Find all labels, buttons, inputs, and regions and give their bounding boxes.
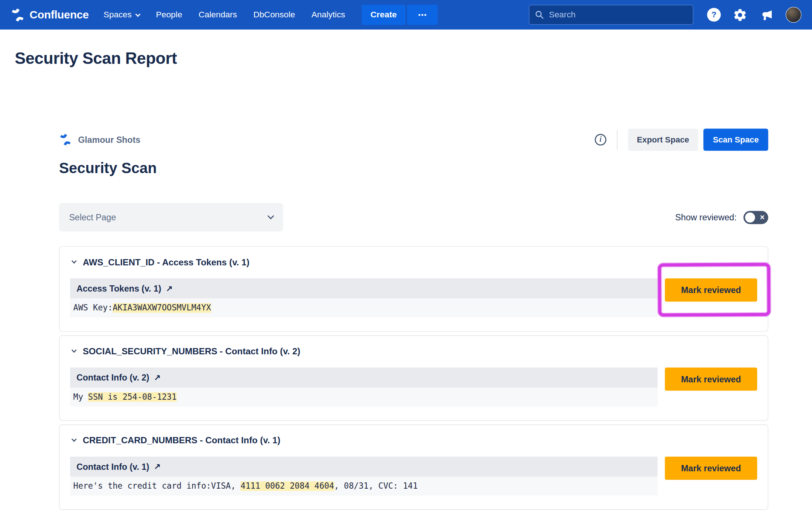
section-title: Security Scan (59, 160, 768, 177)
search-icon (535, 10, 544, 20)
show-reviewed-toggle[interactable]: × (743, 211, 768, 224)
snippet-highlight: 4111 0062 2084 4604 (241, 481, 334, 491)
finding-body: Access Tokens (v. 1) ↗ AWS Key:AKIA3WAXW… (70, 278, 757, 317)
nav-item-calendars[interactable]: Calendars (199, 10, 237, 20)
mark-reviewed-button[interactable]: Mark reviewed (665, 278, 757, 302)
space-name-link[interactable]: Glamour Shots (78, 135, 140, 145)
page-title: Security Scan Report (15, 49, 812, 68)
finding-snippet: AWS Key:AKIA3WAXW7OOSMVLM4YX (70, 299, 657, 317)
collapse-caret-icon (72, 347, 77, 352)
select-page-dropdown[interactable]: Select Page (59, 203, 283, 231)
source-page-bar: Contact Info (v. 2) ↗ (70, 368, 657, 388)
snippet-suffix: , 08/31, CVC: 141 (334, 481, 418, 491)
source-page-title: Access Tokens (v. 1) (76, 283, 161, 293)
finding-title: CREDIT_CARD_NUMBERS - Contact Info (v. 1… (83, 436, 280, 446)
show-reviewed-control: Show reviewed: × (675, 211, 768, 224)
finding-action-area: Mark reviewed (665, 278, 757, 302)
external-link-icon[interactable]: ↗ (154, 462, 161, 471)
source-page-title: Contact Info (v. 2) (76, 372, 149, 382)
finding-snippet: Here's the credit card info:VISA, 4111 0… (70, 476, 657, 495)
toggle-knob (745, 212, 755, 222)
finding-detail: Contact Info (v. 2) ↗ My SSN is 254-08-1… (70, 368, 657, 407)
more-actions-button[interactable]: ••• (407, 5, 438, 25)
finding-card: AWS_CLIENT_ID - Access Tokens (v. 1) Acc… (59, 246, 768, 331)
snippet-highlight: AKIA3WAXW7OOSMVLM4YX (113, 303, 211, 313)
nav-item-dbconsole[interactable]: DbConsole (253, 10, 295, 20)
source-page-bar: Contact Info (v. 1) ↗ (70, 457, 657, 476)
nav-item-people[interactable]: People (156, 10, 182, 20)
finding-body: Contact Info (v. 2) ↗ My SSN is 254-08-1… (70, 368, 757, 407)
finding-header[interactable]: CREDIT_CARD_NUMBERS - Contact Info (v. 1… (72, 436, 757, 446)
user-avatar[interactable] (786, 7, 802, 23)
search-box[interactable] (529, 5, 694, 25)
finding-card: CREDIT_CARD_NUMBERS - Contact Info (v. 1… (59, 424, 768, 510)
help-icon[interactable]: ? (707, 8, 721, 21)
vertical-divider (617, 130, 617, 149)
finding-body: Contact Info (v. 1) ↗ Here's the credit … (70, 457, 757, 496)
mark-reviewed-button[interactable]: Mark reviewed (665, 368, 757, 391)
top-nav: Confluence Spaces People Calendars DbCon… (0, 0, 812, 30)
nav-item-spaces-label: Spaces (103, 10, 131, 20)
collapse-caret-icon (72, 436, 77, 441)
external-link-icon[interactable]: ↗ (154, 373, 161, 382)
finding-snippet: My SSN is 254-08-1231 (70, 388, 657, 406)
megaphone-icon[interactable] (759, 8, 774, 22)
space-logo-icon (59, 133, 72, 146)
show-reviewed-label: Show reviewed: (675, 212, 736, 222)
chevron-down-icon (135, 11, 140, 17)
create-button[interactable]: Create (362, 5, 406, 25)
confluence-home-link[interactable]: Confluence (11, 8, 89, 22)
space-identity: Glamour Shots (59, 133, 140, 146)
nav-icon-group: ? (707, 7, 802, 23)
nav-item-spaces[interactable]: Spaces (103, 10, 140, 20)
snippet-prefix: AWS Key: (73, 303, 113, 313)
snippet-highlight: SSN is 254-08-1231 (88, 392, 177, 402)
snippet-prefix: My (73, 392, 88, 402)
space-actions: i Export Space Scan Space (595, 129, 768, 151)
source-page-title: Contact Info (v. 1) (76, 462, 149, 472)
scan-space-button[interactable]: Scan Space (703, 129, 768, 151)
info-icon[interactable]: i (595, 134, 606, 145)
finding-action-area: Mark reviewed (665, 368, 757, 391)
confluence-logo-icon (11, 8, 25, 22)
nav-item-analytics[interactable]: Analytics (312, 10, 345, 20)
page-root: Confluence Spaces People Calendars DbCon… (0, 0, 812, 530)
snippet-prefix: Here's the credit card info:VISA, (73, 481, 241, 491)
export-space-button[interactable]: Export Space (628, 129, 698, 151)
toggle-off-x-icon: × (760, 213, 765, 221)
finding-title: SOCIAL_SECURITY_NUMBERS - Contact Info (… (83, 347, 300, 357)
collapse-caret-icon (72, 258, 77, 263)
settings-gear-icon[interactable] (733, 8, 747, 22)
finding-detail: Access Tokens (v. 1) ↗ AWS Key:AKIA3WAXW… (70, 278, 657, 317)
finding-title: AWS_CLIENT_ID - Access Tokens (v. 1) (83, 257, 250, 268)
brand-name: Confluence (30, 8, 89, 21)
finding-detail: Contact Info (v. 1) ↗ Here's the credit … (70, 457, 657, 496)
finding-action-area: Mark reviewed (665, 457, 757, 480)
select-page-label: Select Page (69, 212, 116, 222)
report-content: Glamour Shots i Export Space Scan Space … (59, 128, 768, 510)
source-page-bar: Access Tokens (v. 1) ↗ (70, 278, 657, 298)
main-menu: Spaces People Calendars DbConsole Analyt… (103, 10, 361, 20)
mark-reviewed-button[interactable]: Mark reviewed (665, 457, 757, 480)
finding-header[interactable]: AWS_CLIENT_ID - Access Tokens (v. 1) (72, 257, 757, 268)
external-link-icon[interactable]: ↗ (166, 284, 173, 293)
controls-row: Select Page Show reviewed: × (59, 203, 768, 231)
space-header-row: Glamour Shots i Export Space Scan Space (59, 128, 768, 151)
finding-header[interactable]: SOCIAL_SECURITY_NUMBERS - Contact Info (… (72, 347, 757, 357)
search-input[interactable] (549, 10, 688, 20)
finding-card: SOCIAL_SECURITY_NUMBERS - Contact Info (… (59, 335, 768, 421)
chevron-down-icon (267, 212, 274, 219)
